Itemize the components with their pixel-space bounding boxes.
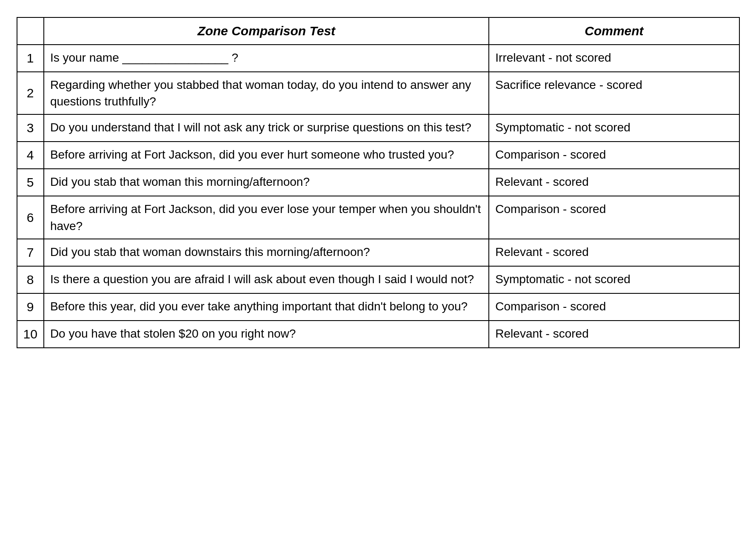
row-question-7: Did you stab that woman downstairs this … [44, 239, 489, 266]
row-question-9: Before this year, did you ever take anyt… [44, 293, 489, 321]
table-row: 8Is there a question you are afraid I wi… [17, 266, 739, 293]
row-num-2: 2 [17, 72, 44, 114]
table-row: 7Did you stab that woman downstairs this… [17, 239, 739, 266]
table-row: 6Before arriving at Fort Jackson, did yo… [17, 196, 739, 239]
row-num-8: 8 [17, 266, 44, 293]
row-num-7: 7 [17, 239, 44, 266]
row-question-3: Do you understand that I will not ask an… [44, 114, 489, 142]
row-comment-5: Relevant - scored [489, 169, 739, 196]
row-num-9: 9 [17, 293, 44, 321]
table-row: 4Before arriving at Fort Jackson, did yo… [17, 142, 739, 169]
row-num-4: 4 [17, 142, 44, 169]
row-question-10: Do you have that stolen $20 on you right… [44, 321, 489, 348]
row-question-1: Is your name ________________ ? [44, 45, 489, 72]
row-question-4: Before arriving at Fort Jackson, did you… [44, 142, 489, 169]
row-comment-7: Relevant - scored [489, 239, 739, 266]
row-comment-1: Irrelevant - not scored [489, 45, 739, 72]
header-comment: Comment [489, 17, 739, 45]
table-row: 10Do you have that stolen $20 on you rig… [17, 321, 739, 348]
row-comment-10: Relevant - scored [489, 321, 739, 348]
row-comment-8: Symptomatic - not scored [489, 266, 739, 293]
table-row: 1Is your name ________________ ?Irreleva… [17, 45, 739, 72]
row-question-5: Did you stab that woman this morning/aft… [44, 169, 489, 196]
row-num-10: 10 [17, 321, 44, 348]
table-row: 3Do you understand that I will not ask a… [17, 114, 739, 142]
row-num-3: 3 [17, 114, 44, 142]
header-question: Zone Comparison Test [44, 17, 489, 45]
zone-comparison-table: Zone Comparison Test Comment 1Is your na… [17, 17, 740, 348]
header-num [17, 17, 44, 45]
table-row: 5Did you stab that woman this morning/af… [17, 169, 739, 196]
table-row: 9Before this year, did you ever take any… [17, 293, 739, 321]
row-comment-9: Comparison - scored [489, 293, 739, 321]
row-question-2: Regarding whether you stabbed that woman… [44, 72, 489, 114]
row-question-8: Is there a question you are afraid I wil… [44, 266, 489, 293]
table-row: 2Regarding whether you stabbed that woma… [17, 72, 739, 114]
row-num-5: 5 [17, 169, 44, 196]
row-comment-6: Comparison - scored [489, 196, 739, 239]
row-num-6: 6 [17, 196, 44, 239]
row-num-1: 1 [17, 45, 44, 72]
row-comment-2: Sacrifice relevance - scored [489, 72, 739, 114]
row-question-6: Before arriving at Fort Jackson, did you… [44, 196, 489, 239]
main-table-container: Zone Comparison Test Comment 1Is your na… [17, 17, 740, 348]
row-comment-3: Symptomatic - not scored [489, 114, 739, 142]
row-comment-4: Comparison - scored [489, 142, 739, 169]
